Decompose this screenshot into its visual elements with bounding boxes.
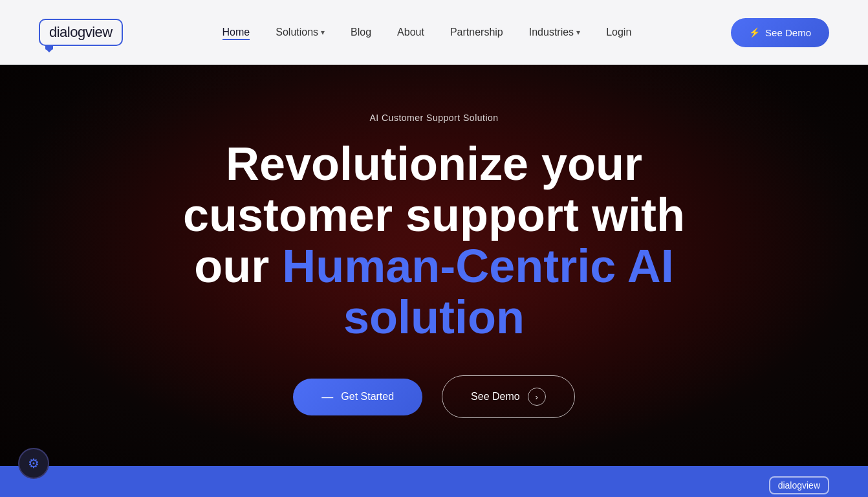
hero-title-highlight: Human-Centric AI solution [282,240,673,343]
bottom-logo-preview: dialogview [769,476,829,494]
hero-see-demo-label: See Demo [471,391,520,403]
sidebar-item-about[interactable]: About [397,27,424,38]
logo[interactable]: dialogview [39,19,123,46]
bottom-strip: dialogview [0,466,868,497]
nav-links: Home Solutions ▾ Blog About Partnership … [222,27,632,38]
nav-industries-dropdown[interactable]: Industries ▾ [529,27,580,38]
see-demo-label: See Demo [765,27,811,38]
sidebar-item-partnership[interactable]: Partnership [450,27,503,38]
nav-about-link[interactable]: About [397,27,424,38]
nav-partnership-link[interactable]: Partnership [450,27,503,38]
sidebar-item-blog[interactable]: Blog [351,27,371,38]
arrow-right-icon: — [321,390,333,404]
hero-buttons: — Get Started See Demo › [143,375,725,418]
lightning-icon: ⚡ [749,27,760,38]
login-link[interactable]: Login [606,27,631,38]
nav-home-link[interactable]: Home [222,27,250,40]
chevron-down-industries-icon: ▾ [576,28,580,37]
hero-see-demo-button[interactable]: See Demo › [442,375,575,418]
sidebar-item-home[interactable]: Home [222,27,250,38]
nav-solutions-dropdown[interactable]: Solutions ▾ [276,27,325,38]
see-demo-button[interactable]: ⚡ See Demo [731,18,829,47]
get-started-button[interactable]: — Get Started [293,379,422,415]
navbar: dialogview Home Solutions ▾ Blog About P… [0,0,868,65]
sidebar-item-industries[interactable]: Industries ▾ [529,27,580,38]
sidebar-item-login[interactable]: Login [606,27,631,38]
get-started-label: Get Started [341,391,394,403]
floating-help-button[interactable]: ⚙ [18,448,49,479]
floating-icon: ⚙ [28,456,39,471]
chevron-down-icon: ▾ [321,28,325,37]
nav-solutions-link[interactable]: Solutions [276,27,318,38]
hero-section: AI Customer Support Solution Revolutioni… [0,65,868,466]
hero-subtitle: AI Customer Support Solution [143,113,725,123]
circle-arrow-icon: › [528,388,546,406]
nav-industries-link[interactable]: Industries [529,27,574,38]
logo-text: dialogview [49,24,113,40]
logo-bubble-icon [45,45,53,50]
sidebar-item-solutions[interactable]: Solutions ▾ [276,27,325,38]
hero-title: Revolutionize your customer support with… [143,138,725,344]
hero-content: AI Customer Support Solution Revolutioni… [143,113,725,419]
nav-blog-link[interactable]: Blog [351,27,371,38]
